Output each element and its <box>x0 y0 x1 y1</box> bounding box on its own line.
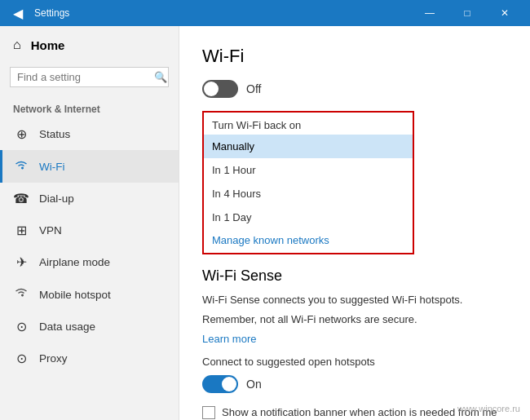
dropdown-option-1hour[interactable]: In 1 Hour <box>204 158 413 182</box>
sidebar-item-airplane[interactable]: ✈ Airplane mode <box>0 246 179 278</box>
wifisense-title: Wi-Fi Sense <box>202 267 507 285</box>
sidebar: ⌂ Home 🔍 Network & Internet ⊕ Status Wi-… <box>0 26 179 420</box>
window-title: Settings <box>34 7 411 19</box>
airplane-icon: ✈ <box>13 254 29 270</box>
sidebar-item-status-label: Status <box>39 128 70 140</box>
sidebar-item-datausage-label: Data usage <box>39 321 95 333</box>
datausage-icon: ⊙ <box>13 319 29 334</box>
notification-checkbox-label: Show a notification banner when action i… <box>222 406 497 418</box>
app-body: ⌂ Home 🔍 Network & Internet ⊕ Status Wi-… <box>0 26 530 420</box>
status-icon: ⊕ <box>13 126 29 142</box>
sidebar-item-datausage[interactable]: ⊙ Data usage <box>0 311 179 343</box>
wifi-toggle-label: Off <box>246 82 261 95</box>
sidebar-item-status[interactable]: ⊕ Status <box>0 118 179 150</box>
proxy-icon: ⊙ <box>13 351 29 366</box>
wifi-icon <box>13 158 29 175</box>
wifisense-desc2: Remember, not all Wi-Fi networks are sec… <box>202 312 507 327</box>
dropdown-option-1day[interactable]: In 1 Day <box>204 206 413 229</box>
back-button[interactable]: ◀ <box>7 2 29 24</box>
sidebar-item-hotspot-label: Mobile hotspot <box>39 289 111 301</box>
sidebar-home[interactable]: ⌂ Home <box>0 26 179 64</box>
page-title: Wi-Fi <box>202 46 507 67</box>
dropdown-option-manually[interactable]: Manually <box>204 135 413 158</box>
manage-known-networks-link[interactable]: Manage known networks <box>212 234 329 246</box>
sidebar-item-wifi[interactable]: Wi-Fi <box>0 150 179 183</box>
window-controls: — □ ✕ <box>411 0 523 26</box>
wifisense-desc1: Wi-Fi Sense connects you to suggested Wi… <box>202 293 507 307</box>
sidebar-item-wifi-label: Wi-Fi <box>39 161 64 173</box>
sidebar-item-dialup[interactable]: ☎ Dial-up <box>0 183 179 214</box>
minimize-button[interactable]: — <box>411 0 448 26</box>
maximize-button[interactable]: □ <box>448 0 486 26</box>
search-box[interactable]: 🔍 <box>10 67 169 87</box>
vpn-icon: ⊞ <box>13 223 29 238</box>
connect-label: Connect to suggested open hotspots <box>202 355 507 369</box>
wifi-back-dropdown: Turn Wi-Fi back on Manually In 1 Hour In… <box>202 111 414 254</box>
search-input[interactable] <box>17 71 154 83</box>
sidebar-item-vpn-label: VPN <box>39 224 62 237</box>
sidebar-home-label: Home <box>31 38 65 52</box>
close-button[interactable]: ✕ <box>486 0 523 26</box>
sidebar-item-proxy[interactable]: ⊙ Proxy <box>0 343 179 374</box>
sidebar-item-proxy-label: Proxy <box>39 352 68 365</box>
sidebar-section-label: Network & Internet <box>0 97 179 118</box>
wifi-toggle-row: Off <box>202 80 507 98</box>
wifi-back-label: Turn Wi-Fi back on <box>204 113 413 135</box>
connect-toggle-row: On <box>202 375 507 393</box>
hotspot-icon <box>13 286 29 303</box>
notification-checkbox[interactable] <box>202 406 215 419</box>
sidebar-item-vpn[interactable]: ⊞ VPN <box>0 214 179 246</box>
sidebar-item-airplane-label: Airplane mode <box>39 256 110 268</box>
toggle-knob <box>204 82 219 96</box>
dialup-icon: ☎ <box>13 191 29 206</box>
learn-more-link[interactable]: Learn more <box>202 333 256 345</box>
notification-checkbox-row: Show a notification banner when action i… <box>202 406 507 419</box>
sidebar-item-hotspot[interactable]: Mobile hotspot <box>0 278 179 311</box>
connect-toggle[interactable] <box>202 375 238 393</box>
connect-toggle-knob <box>222 377 236 391</box>
wifi-toggle[interactable] <box>202 80 238 98</box>
title-bar: ◀ Settings — □ ✕ <box>0 0 530 26</box>
sidebar-item-dialup-label: Dial-up <box>39 192 74 205</box>
search-icon: 🔍 <box>154 71 167 83</box>
content-area: Wi-Fi Off Turn Wi-Fi back on Manually In… <box>179 26 530 420</box>
connect-toggle-label: On <box>246 378 262 391</box>
dropdown-option-4hours[interactable]: In 4 Hours <box>204 182 413 206</box>
home-icon: ⌂ <box>13 38 21 52</box>
